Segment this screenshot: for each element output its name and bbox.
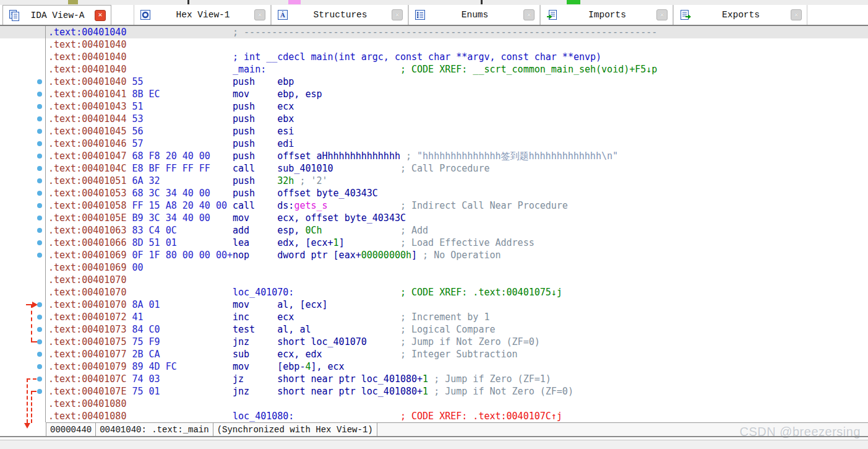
asm-token-bytes: 2B CA (132, 349, 233, 360)
breakpoint-dot[interactable] (37, 327, 42, 332)
disassembly-line[interactable]: .text:00401044 53 push ebx (0, 113, 868, 125)
jump-arrow-line (27, 378, 37, 380)
tab-enums[interactable]: Enums✕ (408, 5, 540, 25)
asm-token-w (294, 411, 400, 422)
tab-label: Hex View-1 (152, 10, 254, 20)
disassembly-line[interactable]: .text:00401075 75 F9 jnz short loc_40107… (0, 336, 868, 348)
disassembly-view[interactable]: .text:00401040 ; -----------------------… (0, 26, 868, 422)
disassembly-line[interactable]: .text:00401041 8B EC mov ebp, esp (0, 88, 868, 100)
asm-token-code: push ecx (233, 101, 294, 112)
disassembly-line[interactable]: .text:00401069 0F 1F 80 00 00 00+nop dwo… (0, 249, 868, 261)
breakpoint-dot[interactable] (37, 216, 42, 220)
breakpoint-dot[interactable] (37, 203, 42, 208)
disassembly-line[interactable]: .text:00401040 ; int __cdecl main(int ar… (0, 51, 868, 63)
disassembly-line[interactable]: .text:00401077 2B CA sub ecx, edx ; Inte… (0, 348, 868, 360)
disassembly-line[interactable]: .text:00401070 8A 01 mov al, [ecx] (0, 299, 868, 311)
breakpoint-dot[interactable] (37, 377, 42, 381)
asm-token-w (126, 287, 233, 298)
breakpoint-dot[interactable] (37, 154, 42, 159)
asm-token-addr: .text:00401040 (48, 51, 126, 63)
breakpoint-dot[interactable] (37, 389, 42, 394)
toolbar-fragment (567, 0, 580, 4)
tab-close-icon[interactable]: ✕ (95, 10, 106, 21)
asm-token-code: push ebx (233, 113, 294, 124)
breakpoint-dot[interactable] (37, 104, 42, 109)
asm-token-cmt: ; --------------------------------------… (233, 27, 657, 38)
tab-ida-view-a[interactable]: IDA View-A✕ (2, 5, 111, 25)
asm-token-bytes: 8A 01 (132, 299, 233, 310)
asm-token-addr: .text:00401044 (48, 113, 126, 124)
asm-token-bytes: 89 4D FC (132, 361, 233, 372)
disassembly-line[interactable]: .text:0040104C E8 BF FF FF FF call sub_4… (0, 162, 868, 175)
breakpoint-dot[interactable] (37, 116, 42, 121)
disassembly-line[interactable]: .text:00401047 68 F8 20 40 00 push offse… (0, 150, 868, 162)
disassembly-line[interactable]: .text:00401045 56 push esi (0, 125, 868, 137)
asm-token-code: test al, al (233, 324, 311, 335)
tab-close-icon[interactable]: ✕ (254, 9, 265, 20)
disassembly-line[interactable]: .text:00401051 6A 32 push 32h ; '2' (0, 175, 868, 187)
breakpoint-dot[interactable] (37, 129, 42, 134)
disassembly-line[interactable]: .text:00401080 (0, 398, 868, 410)
tab-hex-view-1[interactable]: Hex View-1✕ (134, 5, 271, 25)
disassembly-line[interactable]: .text:00401070 (0, 274, 868, 286)
disassembly-line[interactable]: .text:0040107C 74 03 jz short near ptr l… (0, 373, 868, 385)
breakpoint-dot[interactable] (37, 141, 42, 146)
disassembly-line[interactable]: .text:00401079 89 4D FC mov [ebp-4], ecx (0, 360, 868, 373)
asm-token-w (322, 349, 400, 360)
asm-token-addr: .text:00401080 (48, 411, 126, 422)
disassembly-line[interactable]: .text:00401072 41 inc ecx ; Increment by… (0, 311, 868, 323)
breakpoint-dot[interactable] (37, 352, 42, 357)
disassembly-line[interactable]: .text:00401069 00 (0, 261, 868, 274)
breakpoint-dot[interactable] (37, 315, 42, 320)
disassembly-line[interactable]: .text:00401040 (0, 38, 868, 51)
asm-token-num: 0Ch (305, 225, 322, 236)
breakpoint-dot[interactable] (37, 191, 42, 196)
asm-token-w (126, 27, 233, 38)
jump-arrow-line (31, 391, 32, 423)
breakpoint-dot[interactable] (37, 166, 42, 171)
disassembly-line[interactable]: .text:0040107E 75 01 jnz short near ptr … (0, 385, 868, 398)
asm-token-bytes: 84 C0 (132, 324, 233, 335)
disassembly-line[interactable]: .text:00401046 57 push edi (0, 137, 868, 150)
disassembly-line[interactable]: .text:00401058 FF 15 A8 20 40 00 call ds… (0, 199, 868, 212)
disassembly-line[interactable]: .text:00401070 loc_401070: ; CODE XREF: … (0, 286, 868, 299)
disassembly-line[interactable]: .text:00401043 51 push ecx (0, 100, 868, 113)
disassembly-line[interactable]: .text:00401040 _main: ; CODE XREF: __scr… (0, 63, 868, 76)
disassembly-line[interactable]: .text:00401040 55 push ebp (0, 76, 868, 88)
tab-close-icon[interactable]: ✕ (656, 9, 668, 20)
tab-structures[interactable]: AStructures✕ (271, 5, 408, 25)
asm-token-code: mov ebp, esp (233, 89, 322, 100)
asm-token-bytes: 00 (132, 262, 233, 273)
asm-token-code: nop dword ptr [eax+ (233, 250, 361, 261)
asm-token-cmt: ; Add (400, 225, 428, 236)
breakpoint-dot[interactable] (37, 339, 42, 344)
tab-close-icon[interactable]: ✕ (392, 9, 403, 20)
breakpoint-dot[interactable] (37, 364, 42, 369)
disassembly-line[interactable]: .text:00401066 8D 51 01 lea edx, [ecx+1]… (0, 237, 868, 249)
breakpoint-dot[interactable] (37, 240, 42, 245)
jump-arrow-head-down (24, 423, 30, 429)
asm-token-addr: .text:00401046 (48, 138, 126, 149)
breakpoint-dot[interactable] (37, 228, 42, 233)
breakpoint-dot[interactable] (37, 302, 42, 307)
asm-token-addrsel: .text:00401040 (48, 27, 126, 38)
disassembly-line[interactable]: .text:00401053 68 3C 34 40 00 push offse… (0, 187, 868, 199)
breakpoint-dot[interactable] (37, 178, 42, 183)
disassembly-line[interactable]: .text:00401073 84 C0 test al, al ; Logic… (0, 323, 868, 336)
asm-token-code: jnz short near ptr loc_401080+ (233, 386, 423, 397)
breakpoint-dot[interactable] (37, 79, 42, 84)
tab-imports[interactable]: Imports✕ (540, 5, 673, 25)
breakpoint-dot[interactable] (37, 253, 42, 258)
tab-close-icon[interactable]: ✕ (523, 9, 535, 20)
desktop-background (0, 440, 868, 449)
tab-close-icon[interactable]: ✕ (791, 9, 802, 20)
disassembly-line[interactable]: .text:00401040 ; -----------------------… (0, 26, 868, 38)
asm-token-addr: .text:00401075 (48, 336, 126, 347)
asm-token-cmt: ; Load Effective Address (400, 237, 535, 248)
asm-token-addr: .text:00401045 (48, 126, 126, 137)
disassembly-line[interactable]: .text:00401063 83 C4 0C add esp, 0Ch ; A… (0, 224, 868, 237)
disassembly-line[interactable]: .text:00401080 loc_401080: ; CODE XREF: … (0, 410, 868, 422)
disassembly-line[interactable]: .text:0040105E B9 3C 34 40 00 mov ecx, o… (0, 212, 868, 224)
tab-exports[interactable]: Exports✕ (673, 5, 807, 25)
breakpoint-dot[interactable] (37, 92, 42, 97)
